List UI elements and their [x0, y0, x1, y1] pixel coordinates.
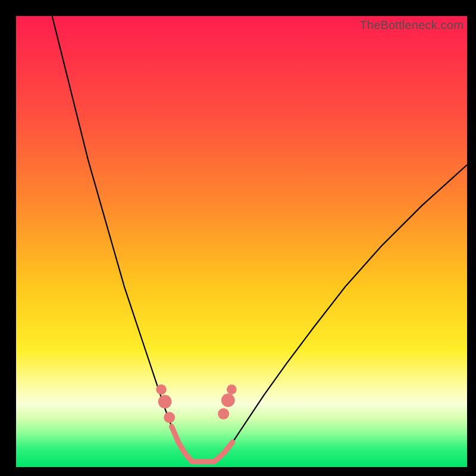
watermark-text: TheBottleneck.com: [359, 18, 464, 32]
marker-dot-1: [158, 395, 172, 409]
marker-dot-2: [156, 384, 166, 394]
marker-dot-0: [164, 412, 175, 423]
series-right-branch: [215, 165, 467, 462]
series-bottom-highlight: [172, 427, 233, 462]
curve-layer: [16, 16, 467, 467]
marker-dot-3: [218, 408, 229, 419]
marker-dot-5: [227, 384, 237, 394]
series-left-branch: [52, 16, 192, 462]
chart-frame: TheBottleneck.com: [0, 0, 476, 476]
marker-dot-4: [221, 393, 235, 407]
plot-area: TheBottleneck.com: [16, 16, 467, 467]
